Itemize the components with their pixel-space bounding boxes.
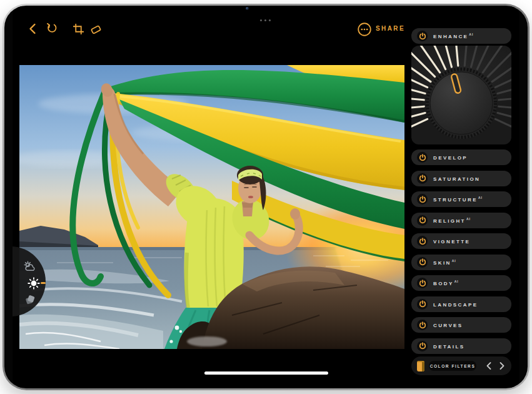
photo-canvas[interactable]: [19, 65, 404, 349]
adjustment-row-body[interactable]: BODYAI: [411, 275, 511, 291]
side-menu-item-adjust[interactable]: [27, 276, 41, 290]
back-button[interactable]: [26, 23, 39, 35]
adjustment-row-skin[interactable]: SKINAI: [411, 255, 511, 270]
power-toggle-icon[interactable]: [417, 236, 428, 246]
active-tool-tick: [41, 282, 46, 284]
power-toggle-icon[interactable]: [417, 173, 428, 184]
adjustment-row-saturation[interactable]: SATURATION: [411, 171, 511, 186]
brightness-sun-icon: [27, 276, 41, 290]
back-chevron-icon: [28, 23, 37, 34]
more-options-button[interactable]: [357, 22, 372, 37]
crop-button[interactable]: [72, 23, 84, 35]
adjustment-row-curves[interactable]: CURVES: [411, 317, 511, 333]
crop-icon: [73, 24, 84, 34]
front-camera: [246, 7, 249, 10]
power-toggle-icon[interactable]: [417, 341, 428, 351]
side-menu-item-filters[interactable]: [23, 293, 37, 306]
filters-footer-bar[interactable]: COLOR FILTERS: [411, 356, 511, 375]
adjustment-row-enhance[interactable]: ENHANCEAI: [411, 28, 511, 44]
chevron-left-icon: [486, 362, 491, 370]
power-toggle-icon[interactable]: [417, 215, 428, 226]
adjustment-row-details[interactable]: DETAILS: [411, 338, 511, 354]
enhance-knob[interactable]: [411, 46, 511, 144]
adjustment-row-structure[interactable]: STRUCTUREAI: [411, 191, 511, 207]
power-toggle-icon[interactable]: [417, 31, 428, 41]
enhance-label: ENHANCEAI: [433, 33, 473, 39]
color-filter-icon: [417, 361, 424, 371]
adjustment-row-landscape[interactable]: LANDSCAPE: [411, 296, 511, 312]
adjustment-row-relight[interactable]: RELIGHTAI: [411, 213, 511, 228]
photomator-screen: SHARE: [13, 6, 519, 388]
power-toggle-icon[interactable]: [417, 299, 428, 310]
undo-icon: [46, 23, 58, 34]
eraser-icon: [90, 23, 102, 35]
filters-stack-icon: [23, 293, 37, 306]
chevron-right-icon: [499, 362, 504, 370]
enhance-knob-panel: [411, 46, 511, 144]
power-toggle-icon[interactable]: [417, 194, 428, 205]
repair-button[interactable]: [89, 23, 102, 35]
side-menu-item-light[interactable]: [23, 260, 37, 274]
filters-next-button[interactable]: [498, 362, 506, 370]
power-toggle-icon[interactable]: [417, 278, 428, 288]
more-options-icon: [358, 23, 371, 36]
adjustment-row-develop[interactable]: DEVELOP: [411, 149, 511, 165]
light-cloud-icon: [23, 260, 37, 274]
screenshot: SHARE: [0, 0, 532, 394]
share-button[interactable]: SHARE: [376, 25, 405, 32]
power-toggle-icon[interactable]: [417, 152, 428, 163]
color-filters-pill[interactable]: COLOR FILTERS: [429, 361, 476, 371]
home-indicator[interactable]: [204, 371, 328, 375]
adjustment-rows: DEVELOP SATURATION STRUCTUREAI RELIGHTAI: [411, 149, 511, 354]
undo-button[interactable]: [46, 23, 58, 35]
filters-prev-button[interactable]: [485, 362, 493, 370]
power-toggle-icon[interactable]: [417, 257, 428, 268]
adjustment-row-vignette[interactable]: VIGNETTE: [411, 233, 511, 249]
power-toggle-icon[interactable]: [417, 320, 428, 330]
multitask-indicator-icon[interactable]: [260, 19, 271, 21]
